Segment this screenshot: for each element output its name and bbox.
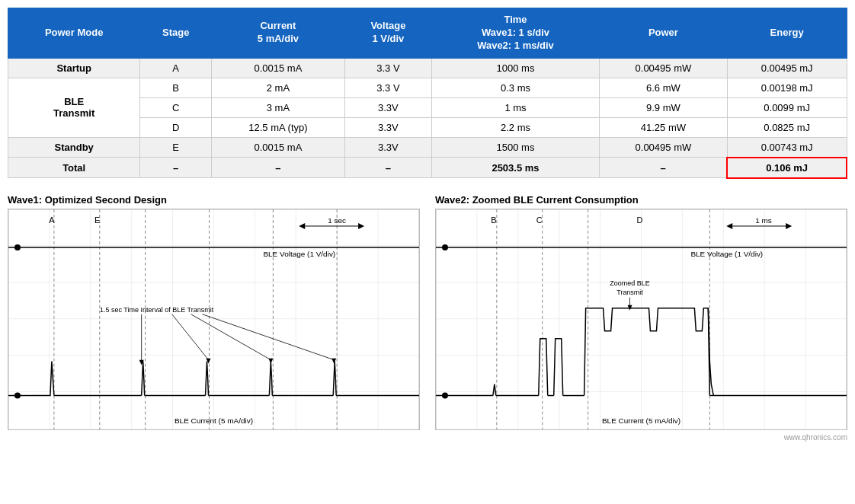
- wave1-panel: Wave1: Optimized Second Design: [8, 193, 420, 430]
- svg-point-30: [14, 392, 21, 398]
- cell-current: 2 mA: [212, 78, 345, 97]
- wave2-title: Wave2: Zoomed BLE Current Consumption: [435, 193, 847, 209]
- watermark: www.qhronics.com: [8, 433, 847, 442]
- wave2-current-label: BLE Current (5 mA/div): [602, 416, 680, 425]
- cell-time-total: 2503.5 ms: [431, 158, 599, 178]
- col-header-current: Current5 mA/div: [212, 8, 345, 59]
- wave2-annotation2: Transmit: [616, 288, 643, 295]
- col-header-energy: Energy: [727, 8, 847, 59]
- cell-stage: C: [140, 97, 212, 117]
- cell-mode-total: Total: [8, 158, 140, 178]
- stage-a-label: A: [49, 215, 55, 225]
- wave2-annotation: Zoomed BLE: [610, 279, 649, 286]
- cell-power: 9.9 mW: [600, 97, 728, 117]
- cell-time: 1000 ms: [431, 58, 599, 78]
- wave1-voltage-label: BLE Voltage (1 V/div): [263, 250, 335, 258]
- cell-voltage: 3.3 V: [344, 58, 431, 78]
- cell-power: 0.00495 mW: [600, 58, 728, 78]
- table-row: BLETransmit B 2 mA 3.3 V 0.3 ms 6.6 mW 0…: [8, 78, 847, 97]
- waveforms-container: Wave1: Optimized Second Design: [8, 193, 847, 430]
- table-row: Startup A 0.0015 mA 3.3 V 1000 ms 0.0049…: [8, 58, 847, 78]
- cell-energy: 0.00743 mJ: [727, 137, 847, 158]
- cell-power: 0.00495 mW: [600, 137, 728, 158]
- svg-point-66: [442, 392, 448, 398]
- stage-d-label: D: [637, 215, 643, 225]
- stage-c-label: C: [536, 215, 543, 225]
- cell-stage: B: [140, 78, 212, 97]
- cell-power: 6.6 mW: [600, 78, 728, 97]
- cell-power: 41.25 mW: [600, 117, 728, 137]
- cell-current: 12.5 mA (typ): [212, 117, 345, 137]
- cell-current: 0.0015 mA: [212, 58, 345, 78]
- table-row: Standby E 0.0015 mA 3.3V 1500 ms 0.00495…: [8, 137, 847, 158]
- wave2-svg: B C D 1 ms: [436, 209, 847, 429]
- col-header-time: TimeWave1: 1 s/divWave2: 1 ms/div: [431, 8, 599, 59]
- time-label-wave2: 1 ms: [755, 216, 772, 225]
- wave2-voltage-label: BLE Voltage (1 V/div): [690, 250, 763, 258]
- cell-current: 3 mA: [212, 97, 345, 117]
- col-header-voltage: Voltage1 V/div: [344, 8, 431, 59]
- cell-voltage: 3.3V: [344, 137, 431, 158]
- cell-voltage: 3.3V: [344, 97, 431, 117]
- cell-current-total: –: [212, 158, 345, 178]
- cell-energy: 0.0099 mJ: [727, 97, 847, 117]
- col-header-power: Power: [600, 8, 728, 59]
- power-data-table: Power Mode Stage Current5 mA/div Voltage…: [8, 8, 847, 179]
- cell-energy: 0.00198 mJ: [727, 78, 847, 97]
- wave1-current-label: BLE Current (5 mA/div): [175, 416, 253, 425]
- stage-b-label: B: [491, 215, 496, 225]
- cell-mode: Startup: [8, 58, 140, 78]
- cell-voltage: 3.3 V: [344, 78, 431, 97]
- cell-stage: D: [140, 117, 212, 137]
- time-label-wave1: 1 sec: [328, 216, 346, 225]
- wave2-canvas: B C D 1 ms: [435, 209, 847, 430]
- cell-mode: Standby: [8, 137, 140, 158]
- wave1-title: Wave1: Optimized Second Design: [8, 193, 420, 209]
- cell-stage: E: [140, 137, 212, 158]
- wave1-svg: A E 1 sec: [8, 209, 419, 429]
- cell-time: 1500 ms: [431, 137, 599, 158]
- stage-e-label: E: [94, 215, 100, 225]
- svg-point-31: [14, 244, 21, 250]
- cell-voltage-total: –: [344, 158, 431, 178]
- cell-time: 0.3 ms: [431, 78, 599, 97]
- cell-mode-ble: BLETransmit: [8, 78, 140, 137]
- cell-stage: A: [140, 58, 212, 78]
- cell-voltage: 3.3V: [344, 117, 431, 137]
- wave1-canvas: A E 1 sec: [8, 209, 420, 430]
- cell-stage-total: –: [140, 158, 212, 178]
- cell-power-total: –: [600, 158, 728, 178]
- col-header-power-mode: Power Mode: [8, 8, 140, 59]
- cell-energy: 0.00495 mJ: [727, 58, 847, 78]
- col-header-stage: Stage: [140, 8, 212, 59]
- cell-time: 1 ms: [431, 97, 599, 117]
- cell-energy: 0.0825 mJ: [727, 117, 847, 137]
- cell-time: 2.2 ms: [431, 117, 599, 137]
- table-row-total: Total – – – 2503.5 ms – 0.106 mJ: [8, 158, 847, 178]
- wave2-panel: Wave2: Zoomed BLE Current Consumption: [435, 193, 847, 430]
- cell-current: 0.0015 mA: [212, 137, 345, 158]
- svg-point-67: [442, 244, 448, 250]
- cell-energy-total-highlighted: 0.106 mJ: [727, 158, 847, 178]
- wave1-annotation: 1.5 sec Time Interval of BLE Transmit: [100, 305, 214, 313]
